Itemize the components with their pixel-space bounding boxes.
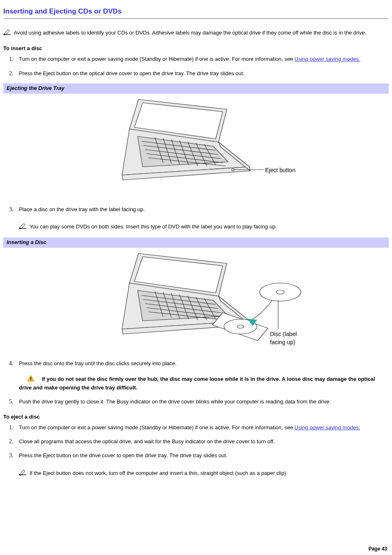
insert-steps-list-cont2: Press the disc onto the tray until the d…: [15, 359, 389, 406]
svg-point-29: [237, 325, 244, 328]
svg-point-31: [276, 290, 284, 294]
step-text: Push the drive tray gently to close it. …: [19, 398, 331, 405]
pencil-note-icon: [19, 471, 29, 477]
svg-point-13: [232, 168, 234, 171]
step-text: Press the disc onto the tray until the d…: [19, 360, 177, 366]
svg-rect-15: [19, 228, 26, 229]
callout-label: Eject button: [265, 166, 295, 174]
warning-icon: [27, 375, 35, 384]
step-text: Press the Eject button on the drive cove…: [19, 452, 228, 458]
eject-steps-list: Turn on the computer or exit a power sav…: [15, 424, 389, 478]
figure-caption: Inserting a Disc: [3, 237, 389, 248]
list-item: Press the disc onto the tray until the d…: [15, 359, 389, 392]
svg-rect-35: [30, 377, 31, 379]
list-item: Close all programs that access the optic…: [15, 438, 389, 446]
power-saving-link[interactable]: Using power saving modes.: [295, 424, 360, 431]
top-note: Avoid using adhesive labels to identify …: [3, 29, 389, 38]
power-saving-link[interactable]: Using power saving modes.: [295, 56, 360, 62]
list-item: Turn on the computer or exit a power sav…: [15, 55, 389, 63]
step-text: Place a disc on the drive tray with the …: [19, 206, 145, 212]
insert-steps-list-cont: Place a disc on the drive tray with the …: [15, 205, 389, 232]
step-text: Turn on the computer or exit a power sav…: [19, 56, 295, 62]
step-text: Turn on the computer or exit a power sav…: [19, 424, 295, 431]
page-title: Inserting and Ejecting CDs or DVDs: [3, 7, 389, 19]
figure-eject-tray: Eject button: [3, 97, 389, 196]
svg-rect-36: [30, 380, 31, 380]
step-note-text: If the Eject button does not work, turn …: [30, 470, 286, 476]
insert-heading: To insert a disc: [3, 45, 389, 53]
list-item: Press the Eject button on the optical dr…: [15, 69, 389, 78]
warning-text: If you do not seat the disc firmly over …: [19, 376, 375, 390]
pencil-note-icon: [19, 224, 29, 230]
list-item: Push the drive tray gently to close it. …: [15, 398, 389, 406]
callout-label: Disc (label facing up): [270, 330, 297, 347]
svg-rect-37: [19, 474, 26, 475]
step-note-text: You can play some DVDs on both sides. In…: [30, 223, 277, 230]
list-item: Press the Eject button on the drive cove…: [15, 451, 389, 478]
figure-caption: Ejecting the Drive Tray: [3, 83, 389, 94]
insert-steps-list: Turn on the computer or exit a power sav…: [15, 55, 389, 78]
top-note-text: Avoid using adhesive labels to identify …: [14, 30, 367, 36]
pencil-note-icon: [3, 30, 13, 37]
step-text: Close all programs that access the optic…: [19, 438, 275, 444]
eject-heading: To eject a disc: [3, 413, 389, 421]
step-text: Press the Eject button on the optical dr…: [19, 70, 244, 76]
svg-rect-0: [3, 34, 11, 35]
list-item: Place a disc on the drive tray with the …: [15, 205, 389, 232]
list-item: Turn on the computer or exit a power sav…: [15, 424, 389, 432]
figure-insert-disc: Disc (label facing up): [3, 251, 389, 350]
